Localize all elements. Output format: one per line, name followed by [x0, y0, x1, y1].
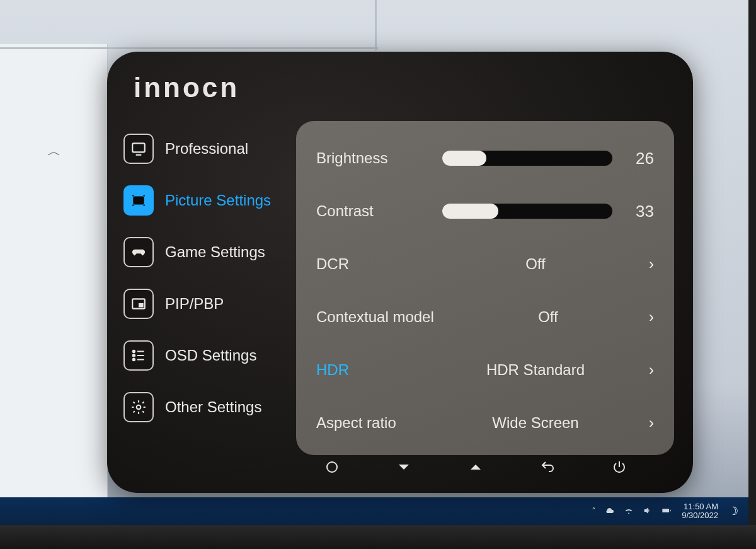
nav-item-osd-settings[interactable]: OSD Settings	[123, 340, 287, 371]
nav-label: PIP/PBP	[165, 295, 224, 313]
up-button[interactable]	[468, 459, 483, 478]
setting-label: HDR	[316, 361, 442, 379]
pip-icon	[123, 289, 154, 319]
window-divider	[375, 0, 377, 50]
svg-point-4	[132, 350, 135, 352]
nav-item-pip-pbp[interactable]: PIP/PBP	[123, 289, 287, 319]
contrast-value: 33	[622, 202, 654, 221]
dcr-value: Off	[442, 255, 629, 273]
chevron-right-icon: ›	[629, 255, 654, 273]
svg-point-5	[132, 354, 135, 357]
clock-date: 9/30/2022	[682, 511, 718, 520]
nav-item-picture-settings[interactable]: Picture Settings	[123, 185, 287, 216]
row-aspect-ratio[interactable]: Aspect ratio Wide Screen ›	[316, 403, 654, 442]
brightness-value: 26	[622, 149, 654, 168]
nav-label: OSD Settings	[165, 347, 256, 364]
back-button[interactable]	[540, 459, 555, 478]
setting-label: Contrast	[316, 202, 442, 220]
nav-item-professional[interactable]: Professional	[123, 134, 287, 164]
nav-label: Other Settings	[165, 398, 261, 416]
list-icon	[123, 340, 154, 371]
volume-icon[interactable]	[643, 506, 653, 517]
gear-icon	[123, 392, 154, 422]
setting-label: Brightness	[316, 149, 442, 167]
osd-button-strip	[296, 456, 655, 482]
gamepad-icon	[123, 237, 154, 267]
slider-fill	[442, 204, 498, 219]
chevron-up-icon[interactable]: ︿	[47, 142, 61, 161]
nav-label: Picture Settings	[165, 192, 271, 209]
cloud-icon[interactable]	[605, 506, 615, 517]
monitor-bezel	[0, 525, 756, 549]
aspect-value: Wide Screen	[442, 414, 629, 432]
contextual-value: Off	[467, 308, 629, 326]
osd-panel: innocn Professional Picture Settings Gam…	[107, 52, 693, 493]
brightness-slider[interactable]	[442, 151, 612, 166]
window-divider	[0, 47, 378, 49]
svg-rect-0	[132, 143, 145, 152]
taskbar: ˄ 11:50 AM 9/30/2022 ☽	[0, 497, 748, 525]
setting-label: DCR	[316, 255, 442, 273]
nav-item-other-settings[interactable]: Other Settings	[123, 392, 287, 422]
monitor-bezel	[748, 0, 756, 549]
select-button[interactable]	[324, 459, 340, 478]
svg-rect-1	[134, 197, 143, 204]
row-contextual-model[interactable]: Contextual model Off ›	[316, 298, 654, 337]
power-button[interactable]	[612, 459, 627, 478]
notifications-icon[interactable]: ☽	[728, 504, 738, 518]
svg-point-8	[327, 462, 337, 472]
contrast-slider[interactable]	[442, 204, 612, 219]
down-button[interactable]	[396, 459, 411, 478]
clock-time: 11:50 AM	[682, 502, 718, 511]
hdr-value: HDR Standard	[442, 361, 629, 379]
chevron-right-icon: ›	[629, 414, 654, 432]
svg-point-7	[137, 405, 141, 410]
settings-card: Brightness 26 Contrast 33 DCR Off › Cont…	[296, 121, 674, 455]
chevron-right-icon: ›	[629, 308, 654, 326]
tray-overflow-icon[interactable]: ˄	[592, 506, 596, 516]
row-contrast[interactable]: Contrast 33	[316, 192, 654, 231]
nav-label: Professional	[165, 140, 248, 158]
setting-label: Contextual model	[316, 308, 467, 326]
setting-label: Aspect ratio	[316, 414, 442, 432]
row-dcr[interactable]: DCR Off ›	[316, 245, 654, 284]
nav-label: Game Settings	[165, 243, 265, 261]
osd-nav: Professional Picture Settings Game Setti…	[123, 134, 287, 422]
taskbar-clock[interactable]: 11:50 AM 9/30/2022	[682, 502, 718, 521]
row-hdr[interactable]: HDR HDR Standard ›	[316, 350, 654, 390]
system-tray[interactable]: ˄	[592, 506, 672, 517]
svg-point-6	[132, 358, 135, 361]
nav-item-game-settings[interactable]: Game Settings	[123, 237, 287, 267]
chevron-right-icon: ›	[629, 361, 654, 379]
wifi-icon[interactable]	[624, 506, 634, 517]
battery-icon[interactable]	[662, 506, 672, 517]
picture-icon	[123, 185, 154, 216]
row-brightness[interactable]: Brightness 26	[316, 139, 654, 178]
slider-fill	[442, 151, 486, 166]
monitor-icon	[123, 134, 154, 164]
window-sidebar-blur	[0, 44, 108, 523]
brand-logo: innocn	[134, 72, 239, 103]
svg-rect-3	[139, 303, 144, 308]
